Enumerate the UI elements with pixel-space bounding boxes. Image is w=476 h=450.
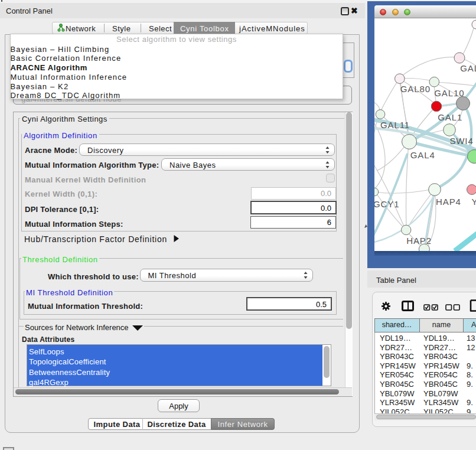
svg-text:HAP4: HAP4 (436, 197, 461, 207)
svg-text:GCY1: GCY1 (374, 199, 399, 209)
svg-text:SWI4: SWI4 (449, 136, 473, 146)
svg-text:GAL4: GAL4 (410, 150, 435, 160)
svg-text:GAL1: GAL1 (438, 112, 462, 122)
svg-text:Y: Y (472, 197, 476, 207)
svg-text:GAL11: GAL11 (380, 120, 410, 130)
svg-text:HAP2: HAP2 (406, 236, 432, 246)
svg-text:GAL80: GAL80 (400, 84, 431, 94)
svg-text:GAL10: GAL10 (434, 88, 464, 98)
svg-text:GAL: GAL (460, 63, 476, 73)
